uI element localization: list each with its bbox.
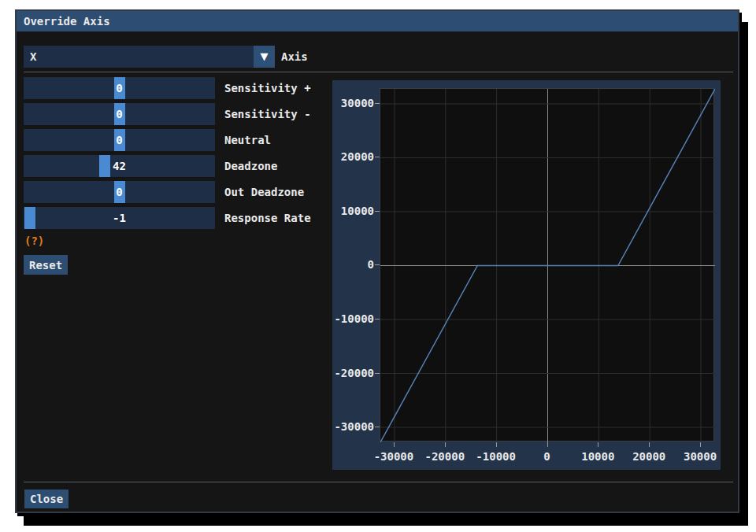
slider-out-deadzone-handle[interactable] bbox=[114, 181, 125, 203]
slider-neutral[interactable]: 0 bbox=[24, 129, 215, 151]
response-curve-svg bbox=[380, 89, 715, 442]
slider-out-deadzone[interactable]: 0 bbox=[24, 181, 215, 203]
x-tick-label: 30000 bbox=[684, 450, 717, 463]
slider-deadzone-label: Deadzone bbox=[224, 155, 277, 177]
y-tick-mark bbox=[375, 319, 380, 320]
close-button[interactable]: Close bbox=[24, 490, 69, 508]
dialog-title: Override Axis bbox=[24, 15, 110, 28]
slider-neutral-label: Neutral bbox=[224, 129, 271, 151]
y-tick-label: 20000 bbox=[327, 150, 374, 163]
response-curve-chart: -30000-20000-100000100002000030000300002… bbox=[332, 80, 721, 470]
x-tick-mark bbox=[598, 442, 598, 447]
slider-deadzone-handle[interactable] bbox=[99, 155, 110, 177]
y-tick-label: 10000 bbox=[327, 205, 374, 217]
slider-response-rate[interactable]: -1 bbox=[24, 207, 215, 229]
y-tick-mark bbox=[375, 103, 380, 104]
y-tick-label: -10000 bbox=[327, 312, 374, 325]
slider-row-sensitivity-minus: 0Sensitivity - bbox=[24, 103, 311, 125]
slider-group: 0Sensitivity +0Sensitivity -0Neutral42De… bbox=[24, 77, 332, 231]
y-tick-mark bbox=[375, 157, 380, 157]
y-tick-label: -20000 bbox=[327, 367, 374, 379]
slider-sensitivity-minus-label: Sensitivity - bbox=[224, 103, 311, 125]
slider-row-neutral: 0Neutral bbox=[24, 129, 271, 151]
x-tick-mark bbox=[394, 442, 395, 447]
slider-deadzone-value: 42 bbox=[24, 155, 215, 177]
y-tick-label: 30000 bbox=[327, 97, 374, 109]
axis-dropdown-label: Axis bbox=[281, 46, 308, 68]
slider-response-rate-label: Response Rate bbox=[224, 207, 311, 229]
page-background: Override Axis X ▼ Axis 0Sensitivity +0Se… bbox=[0, 0, 756, 532]
y-tick-label: -30000 bbox=[327, 420, 374, 433]
slider-sensitivity-plus[interactable]: 0 bbox=[24, 77, 215, 99]
slider-row-sensitivity-plus: 0Sensitivity + bbox=[24, 77, 311, 99]
axis-dropdown[interactable]: X ▼ bbox=[24, 46, 275, 68]
chevron-down-icon[interactable]: ▼ bbox=[254, 46, 275, 68]
x-tick-mark bbox=[547, 442, 548, 447]
x-tick-label: 0 bbox=[543, 450, 550, 463]
slider-row-out-deadzone: 0Out Deadzone bbox=[24, 181, 304, 203]
slider-out-deadzone-label: Out Deadzone bbox=[224, 181, 304, 203]
axis-dropdown-value: X bbox=[24, 46, 254, 68]
y-tick-mark bbox=[375, 211, 380, 212]
slider-sensitivity-plus-handle[interactable] bbox=[114, 77, 125, 99]
top-divider bbox=[24, 72, 733, 72]
y-tick-mark bbox=[375, 373, 380, 374]
x-tick-label: -20000 bbox=[425, 450, 465, 463]
x-tick-mark bbox=[496, 442, 497, 447]
x-tick-label: -30000 bbox=[374, 450, 414, 463]
reset-button[interactable]: Reset bbox=[24, 255, 68, 275]
help-link[interactable]: (?) bbox=[24, 235, 44, 247]
dialog-titlebar[interactable]: Override Axis bbox=[17, 11, 738, 31]
slider-neutral-handle[interactable] bbox=[114, 129, 125, 151]
slider-sensitivity-minus[interactable]: 0 bbox=[24, 103, 215, 125]
x-tick-mark bbox=[445, 442, 446, 447]
x-tick-label: 10000 bbox=[581, 450, 614, 463]
override-axis-dialog: Override Axis X ▼ Axis 0Sensitivity +0Se… bbox=[15, 9, 739, 513]
slider-sensitivity-minus-handle[interactable] bbox=[114, 103, 125, 125]
slider-row-response-rate: -1Response Rate bbox=[24, 207, 311, 229]
x-tick-mark bbox=[700, 442, 701, 447]
y-tick-label: 0 bbox=[327, 258, 374, 271]
chart-plot-area bbox=[380, 88, 714, 441]
x-tick-mark bbox=[649, 442, 650, 447]
x-tick-label: 20000 bbox=[632, 450, 665, 463]
slider-deadzone[interactable]: 42 bbox=[24, 155, 215, 177]
y-tick-mark bbox=[375, 427, 380, 427]
x-tick-label: -10000 bbox=[476, 450, 516, 463]
slider-row-deadzone: 42Deadzone bbox=[24, 155, 277, 177]
bottom-divider bbox=[24, 482, 733, 482]
y-tick-mark bbox=[375, 264, 380, 265]
slider-sensitivity-plus-label: Sensitivity + bbox=[224, 77, 311, 99]
slider-response-rate-handle[interactable] bbox=[24, 207, 35, 229]
slider-response-rate-value: -1 bbox=[24, 207, 215, 229]
